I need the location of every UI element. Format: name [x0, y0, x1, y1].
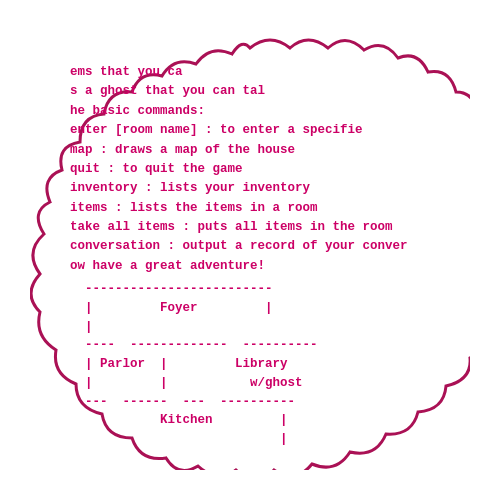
terminal-line-1: ems that you ca [70, 63, 430, 82]
terminal-line-3: he basic commands: [70, 102, 430, 121]
terminal-line-10: conversation : output a record of your c… [70, 237, 430, 256]
terminal-line-2: s a ghost that you can tal [70, 82, 430, 101]
terminal-line-4: enter [room name] : to enter a specifie [70, 121, 430, 140]
terminal-line-11: ow have a great adventure! [70, 257, 430, 276]
main-container: ems that you ca s a ghost that you can t… [30, 30, 470, 470]
terminal-line-8: items : lists the items in a room [70, 199, 430, 218]
terminal-line-7: inventory : lists your inventory [70, 179, 430, 198]
terminal-line-9: take all items : puts all items in the r… [70, 218, 430, 237]
terminal-output: ems that you ca s a ghost that you can t… [60, 55, 440, 445]
terminal-line-5: map : draws a map of the house [70, 141, 430, 160]
terminal-line-6: quit : to quit the game [70, 160, 430, 179]
map-display: ------------------------- | Foyer | | --… [70, 280, 430, 445]
